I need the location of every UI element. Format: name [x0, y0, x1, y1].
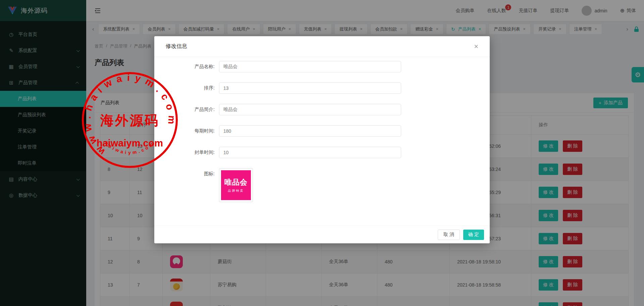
vipshop-logo-main: 唯品会: [224, 177, 248, 187]
product-intro-input[interactable]: [219, 104, 401, 115]
vipshop-logo: 唯品会 品牌特卖: [221, 170, 251, 200]
seal-time-label: 封单时间:: [154, 149, 215, 156]
cancel-button[interactable]: 取 消: [438, 230, 460, 240]
form-row-product-intro: 产品简介:: [154, 104, 490, 115]
app-root: 海外源码 ◷平台首页✎系统配置▦会员管理⊞产品管理产品列表产品预设列表开奖记录注…: [0, 0, 644, 306]
form-row-seal-time: 封单时间:: [154, 147, 490, 158]
icon-field-row: 图标: 唯品会 品牌特卖: [154, 168, 490, 202]
product-icon-preview[interactable]: 唯品会 品牌特卖: [219, 168, 253, 202]
form-row-sort: 排序:: [154, 82, 490, 94]
icon-field-label: 图标:: [154, 168, 215, 177]
sort-label: 排序:: [154, 85, 215, 91]
product-intro-label: 产品简介:: [154, 107, 215, 113]
seal-time-input[interactable]: [219, 147, 401, 158]
product-name-label: 产品名称:: [154, 64, 215, 70]
form-row-period-time: 每期时间:: [154, 125, 490, 137]
product-name-input[interactable]: [219, 61, 401, 72]
period-time-input[interactable]: [219, 125, 401, 137]
modal-header: 修改信息 ×: [154, 36, 490, 57]
confirm-button[interactable]: 确 定: [463, 230, 484, 240]
modal-title: 修改信息: [166, 43, 187, 50]
edit-info-modal: 修改信息 × 产品名称:排序:产品简介:每期时间:封单时间: 图标: 唯品会 品…: [154, 36, 490, 243]
form-row-product-name: 产品名称:: [154, 61, 490, 72]
modal-form: 产品名称:排序:产品简介:每期时间:封单时间:: [154, 57, 490, 158]
period-time-label: 每期时间:: [154, 128, 215, 134]
modal-footer: 取 消 确 定: [154, 226, 490, 243]
close-icon[interactable]: ×: [474, 43, 478, 50]
sort-input[interactable]: [219, 82, 401, 94]
vipshop-logo-sub: 品牌特卖: [228, 189, 244, 193]
